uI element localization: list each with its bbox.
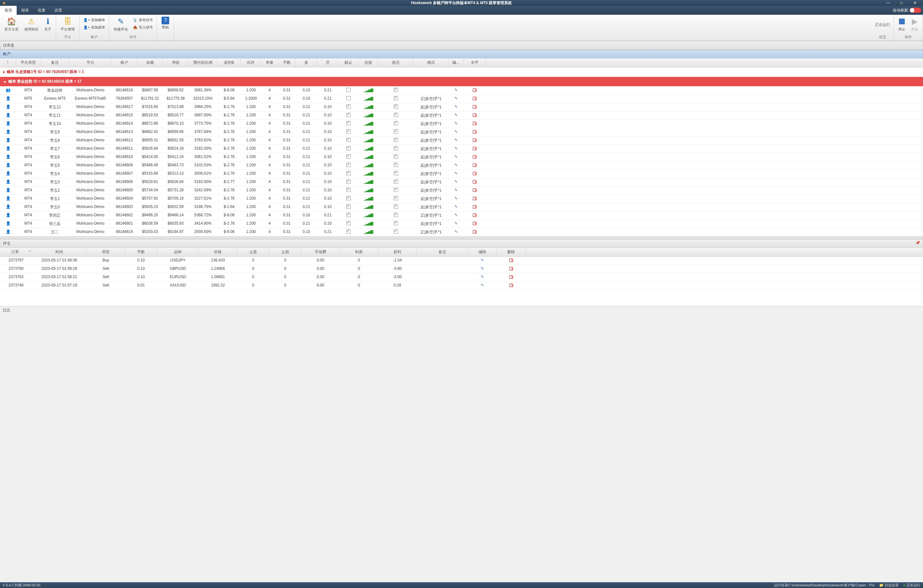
cell-close-all[interactable] xyxy=(463,103,486,111)
cell-status[interactable] xyxy=(378,203,414,211)
cell-edit[interactable]: ✎ xyxy=(449,161,463,169)
cell-close-all[interactable] xyxy=(463,161,486,169)
accounts-col-header[interactable]: 编... xyxy=(449,58,463,67)
add-follow-button[interactable]: 👤+添加跟单 xyxy=(81,24,107,31)
agreement-button[interactable]: ⚠使用协议 xyxy=(22,15,41,33)
cell-default[interactable] xyxy=(338,170,358,178)
cell-default[interactable] xyxy=(338,120,358,128)
accounts-col-header[interactable]: 空 xyxy=(317,58,338,67)
cell-status[interactable] xyxy=(378,128,414,136)
cell-edit[interactable]: ✎ xyxy=(449,87,463,95)
positions-col-header[interactable]: 止损 xyxy=(269,248,301,256)
filter-icon[interactable]: ▾ xyxy=(29,249,30,253)
cell-status[interactable] xyxy=(378,178,414,186)
accounts-col-header[interactable]: 余额 xyxy=(137,58,163,67)
account-row[interactable]: 👥MT4黄金趋势Mohicans-Demo88146616$6867.58$68… xyxy=(0,87,923,95)
cell-delete[interactable] xyxy=(497,257,526,265)
cell-close-all[interactable] xyxy=(463,195,486,203)
account-row[interactable]: 👤MT4王二Mohicans-Demo88146619$5203.03$5194… xyxy=(0,228,923,237)
auto-refresh-toggle[interactable] xyxy=(910,8,921,13)
cell-edit[interactable]: ✎ xyxy=(468,273,497,281)
help-button[interactable]: ?帮助 xyxy=(159,15,172,31)
cell-delete[interactable] xyxy=(497,265,526,273)
account-row[interactable]: 👤MT4李五6Mohicans-Demo88146610$5414.00$541… xyxy=(0,153,923,161)
cell-default[interactable] xyxy=(338,228,358,236)
cell-default[interactable] xyxy=(338,178,358,186)
cell-status[interactable] xyxy=(378,170,414,178)
account-row[interactable]: 👤MT4李五10Mohicans-Demo88146614$6672.86$66… xyxy=(0,120,923,128)
cell-default[interactable] xyxy=(338,128,358,136)
accounts-col-header[interactable]: 净值 xyxy=(163,58,189,67)
cell-delete[interactable] xyxy=(497,282,526,290)
add-shout-button[interactable]: 👤+添加喊单 xyxy=(81,16,107,23)
cell-status[interactable] xyxy=(378,161,414,169)
accounts-col-header[interactable]: 状态 xyxy=(378,58,414,67)
cell-close-all[interactable] xyxy=(463,187,486,194)
accounts-col-header[interactable]: 连接 xyxy=(358,58,378,67)
positions-col-header[interactable]: 手数 xyxy=(125,248,157,256)
cell-default[interactable] xyxy=(338,187,358,194)
positions-col-header[interactable]: 类型 xyxy=(87,248,125,256)
positions-col-header[interactable]: 品种 xyxy=(157,248,199,256)
start-button[interactable]: ▶开始 xyxy=(908,15,921,33)
cell-close-all[interactable] xyxy=(463,212,486,220)
account-row[interactable]: 👤MT4李五0Mohicans-Demo88146603$5635.23$563… xyxy=(0,203,923,212)
accounts-col-header[interactable]: 默认 xyxy=(338,58,358,67)
accounts-col-header[interactable]: 模式 xyxy=(414,58,449,67)
accounts-col-header[interactable]: 平台类型 xyxy=(16,58,40,67)
cell-close-all[interactable] xyxy=(463,145,486,153)
cell-close-all[interactable] xyxy=(463,87,486,95)
cell-edit[interactable]: ✎ xyxy=(449,145,463,153)
cell-close-all[interactable] xyxy=(463,136,486,145)
positions-col-header[interactable]: 利息 xyxy=(340,248,378,256)
cell-edit[interactable]: ✎ xyxy=(468,257,497,265)
account-row[interactable]: 👤MT4李五7Mohicans-Demo88146611$5626.94$562… xyxy=(0,145,923,153)
accounts-col-header[interactable]: ! xyxy=(0,58,16,67)
cell-default[interactable] xyxy=(338,87,358,95)
position-row[interactable]: 23737632023-05-17 01:58:21Sell0.10EURUSD… xyxy=(0,273,923,282)
accounts-col-header[interactable]: 平台 xyxy=(69,58,112,67)
accounts-col-header[interactable]: 杠杆 xyxy=(241,58,261,67)
position-row[interactable]: 23737462023-05-17 01:57:19Sell0.01XAUUSD… xyxy=(0,282,923,290)
account-row[interactable]: 👤MT4李五4Mohicans-Demo88146607$5315.89$531… xyxy=(0,170,923,178)
accounts-col-header[interactable]: 账户 xyxy=(112,58,137,67)
positions-col-header[interactable]: 价格 xyxy=(199,248,237,256)
cell-status[interactable] xyxy=(378,220,414,228)
cell-default[interactable] xyxy=(338,153,358,161)
tab-batch[interactable]: 批量 xyxy=(33,6,50,15)
splitter[interactable] xyxy=(0,237,923,239)
platform-mgmt-button[interactable]: 🗄平台管理 xyxy=(58,15,77,33)
cell-default[interactable] xyxy=(338,103,358,111)
cell-edit[interactable]: ✎ xyxy=(449,103,463,111)
account-row[interactable]: 👤MT4李五1Mohicans-Demo88146604$5707.92$570… xyxy=(0,195,923,203)
cell-status[interactable] xyxy=(378,212,414,220)
accounts-col-header[interactable]: 备注 xyxy=(40,58,69,67)
cell-default[interactable] xyxy=(338,195,358,203)
positions-col-header[interactable]: 获利 xyxy=(378,248,417,256)
cell-delete[interactable] xyxy=(497,273,526,281)
tab-home[interactable]: 首页 xyxy=(0,6,16,15)
accounts-col-header[interactable]: 多 xyxy=(296,58,317,67)
accounts-col-header[interactable]: 获利$ xyxy=(217,58,241,67)
pin-icon[interactable]: 📌 xyxy=(915,241,920,246)
group-row[interactable]: 喊单 头皮策略1号 ID = 80 76264557 跟单 = 1 xyxy=(0,67,923,77)
cell-close-all[interactable] xyxy=(463,178,486,186)
positions-col-header[interactable]: 删除 xyxy=(497,248,526,256)
cell-edit[interactable]: ✎ xyxy=(449,228,463,236)
account-row[interactable]: 👤MT4李四正Mohicans-Demo88146602$9496.20$948… xyxy=(0,212,923,220)
cell-edit[interactable]: ✎ xyxy=(449,153,463,161)
position-row[interactable]: 23737972023-05-17 01:58:36Buy0.10USDJPY1… xyxy=(0,257,923,265)
cell-status[interactable] xyxy=(378,145,414,153)
cell-status[interactable] xyxy=(378,87,414,95)
cell-close-all[interactable] xyxy=(463,95,486,103)
cell-edit[interactable]: ✎ xyxy=(449,187,463,194)
cell-edit[interactable]: ✎ xyxy=(449,212,463,220)
cell-default[interactable] xyxy=(338,161,358,169)
account-row[interactable]: 👤MT4李五2Mohicans-Demo88146605$5734.04$573… xyxy=(0,187,923,195)
cell-edit[interactable]: ✎ xyxy=(449,203,463,211)
account-row[interactable]: 👤MT4张三反Mohicans-Demo88146601$6038.59$603… xyxy=(0,220,923,228)
tab-report[interactable]: 报表 xyxy=(16,6,33,15)
maximize-button[interactable]: □ xyxy=(897,1,907,5)
cell-default[interactable] xyxy=(338,112,358,120)
quick-open-button[interactable]: ✎快捷开仓 xyxy=(111,15,130,33)
